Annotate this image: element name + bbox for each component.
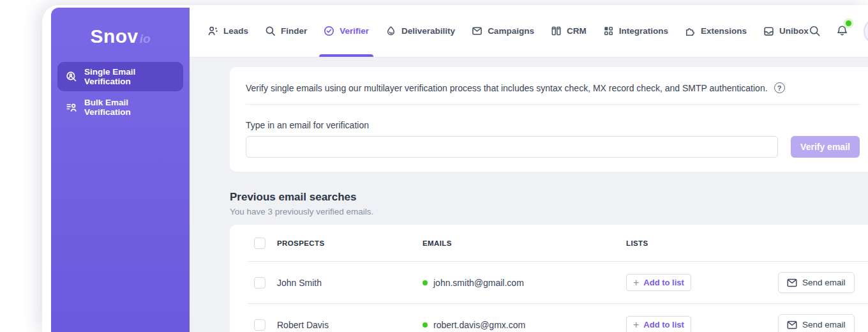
- nav-tab-crm[interactable]: CRM: [551, 5, 587, 57]
- send-email-button[interactable]: Send email: [778, 314, 855, 332]
- prospect-name: John Smith: [277, 278, 423, 288]
- extensions-icon: [685, 26, 696, 36]
- nav-tab-verifier[interactable]: Verifier: [324, 5, 369, 57]
- plus-icon: +: [633, 320, 639, 330]
- nav-tab-label: Campaigns: [488, 26, 534, 36]
- notifications-button[interactable]: [836, 25, 848, 37]
- user-list-icon: [66, 102, 77, 113]
- user-search-icon: [66, 71, 77, 82]
- sidebar-item-single-email-verification[interactable]: Single Email Verification: [57, 62, 183, 91]
- logo-brand-text: Snov: [90, 27, 138, 46]
- logo-suffix-text: io: [140, 33, 151, 45]
- topbar-actions: 🏆: [809, 5, 868, 57]
- sidebar-nav: Single Email Verification Bulk Email Ver…: [51, 57, 190, 122]
- help-icon[interactable]: ?: [774, 82, 785, 93]
- verifier-icon: [324, 26, 334, 36]
- sidebar-item-label: Bulk Email Verification: [84, 98, 175, 117]
- verify-email-button[interactable]: Verify email: [791, 136, 860, 158]
- send-email-label: Send email: [802, 278, 846, 287]
- column-header-lists: LISTS: [626, 239, 778, 247]
- plus-icon: +: [633, 278, 639, 288]
- valid-status-dot: [423, 280, 428, 285]
- nav-tab-label: Unibox: [779, 26, 809, 36]
- unibox-icon: [763, 26, 774, 36]
- sidebar: Snovio Single Email Verification: [51, 8, 190, 332]
- main-area: Leads Finder Verif: [190, 5, 868, 332]
- column-header-prospects: PROSPECTS: [277, 239, 423, 247]
- send-email-label: Send email: [802, 320, 846, 329]
- add-to-list-label: Add to list: [643, 320, 684, 329]
- bell-icon: [836, 25, 848, 37]
- nav-tab-label: Verifier: [340, 26, 369, 36]
- previous-searches-title: Previous email searches: [230, 191, 868, 204]
- sidebar-item-label: Single Email Verification: [84, 67, 175, 86]
- select-all-checkbox[interactable]: [254, 238, 266, 249]
- content-area: Verify single emails using our multilaye…: [190, 57, 868, 332]
- top-navigation-bar: Leads Finder Verif: [190, 5, 868, 57]
- add-to-list-button[interactable]: + Add to list: [626, 316, 691, 332]
- table-row: John Smith john.smith@gmail.com + Add to…: [230, 262, 868, 303]
- snov-logo[interactable]: Snovio: [51, 8, 190, 57]
- add-to-list-button[interactable]: + Add to list: [626, 274, 691, 291]
- prospect-name: Robert Davis: [277, 320, 423, 330]
- row-checkbox[interactable]: [254, 319, 266, 331]
- nav-tab-label: Finder: [281, 26, 307, 36]
- envelope-icon: [787, 321, 797, 329]
- primary-nav: Leads Finder Verif: [207, 5, 809, 57]
- add-to-list-label: Add to list: [643, 278, 684, 287]
- single-verification-panel: Verify single emails using our multilaye…: [230, 67, 868, 172]
- panel-description: Verify single emails using our multilaye…: [246, 83, 768, 93]
- nav-tab-label: Deliverability: [401, 26, 455, 36]
- nav-tab-label: Integrations: [619, 26, 668, 36]
- table-header-row: PROSPECTS EMAILS LISTS: [230, 225, 868, 261]
- campaigns-icon: [472, 26, 483, 36]
- integrations-icon: [603, 26, 614, 36]
- leads-icon: [207, 26, 218, 36]
- nav-tab-label: Extensions: [701, 26, 747, 36]
- email-input-label: Type in an email for verification: [246, 120, 860, 130]
- panel-divider: [246, 104, 860, 105]
- nav-tab-campaigns[interactable]: Campaigns: [472, 5, 534, 57]
- nav-tab-integrations[interactable]: Integrations: [603, 5, 668, 57]
- notification-dot: [846, 20, 851, 26]
- nav-tab-label: CRM: [567, 26, 587, 36]
- envelope-icon: [787, 278, 797, 287]
- prospect-email: john.smith@gmail.com: [433, 278, 524, 288]
- nav-tab-extensions[interactable]: Extensions: [685, 5, 747, 57]
- prospect-email: robert.davis@gmx.com: [433, 320, 525, 330]
- nav-tab-unibox[interactable]: Unibox: [763, 5, 809, 57]
- send-email-button[interactable]: Send email: [778, 272, 855, 293]
- valid-status-dot: [423, 322, 428, 328]
- deliverability-icon: [385, 26, 396, 36]
- avatar[interactable]: 🏆: [864, 19, 868, 44]
- previous-searches-table: PROSPECTS EMAILS LISTS John Smith john.s…: [230, 225, 868, 332]
- column-header-emails: EMAILS: [423, 239, 626, 247]
- crm-icon: [551, 26, 562, 36]
- nav-tab-deliverability[interactable]: Deliverability: [385, 5, 455, 57]
- previous-searches-subtitle: You have 3 previously verified emails.: [230, 207, 868, 216]
- search-icon[interactable]: [809, 25, 821, 37]
- nav-tab-label: Leads: [223, 26, 248, 36]
- nav-tab-finder[interactable]: Finder: [265, 5, 307, 57]
- email-verification-input[interactable]: [246, 136, 778, 158]
- nav-tab-leads[interactable]: Leads: [207, 5, 248, 57]
- table-row: Robert Davis robert.davis@gmx.com + Add …: [230, 304, 868, 332]
- finder-icon: [265, 26, 276, 36]
- app-window: Snovio Single Email Verification: [42, 5, 868, 332]
- row-checkbox[interactable]: [254, 277, 266, 289]
- sidebar-item-bulk-email-verification[interactable]: Bulk Email Verification: [57, 93, 183, 122]
